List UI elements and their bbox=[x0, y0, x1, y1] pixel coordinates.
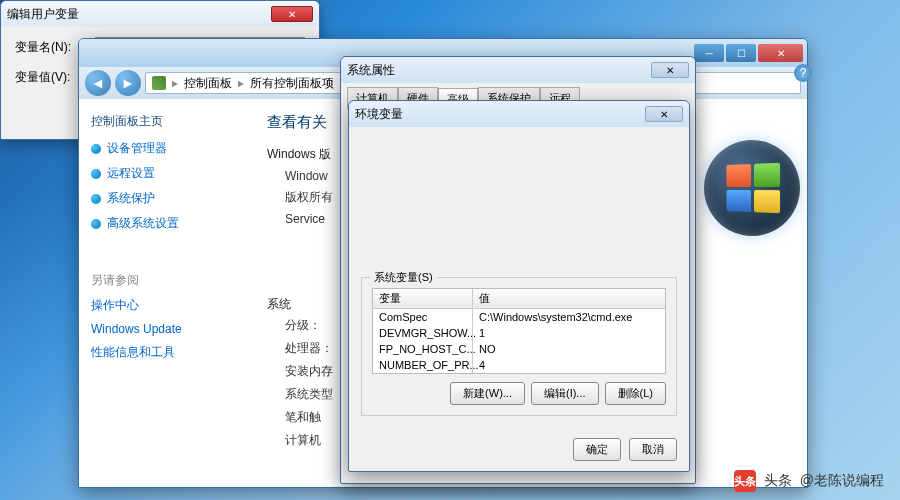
environment-variables-dialog: 环境变量 ✕ 系统变量(S) 变量 值 ComSpecC:\Windows\sy… bbox=[348, 100, 690, 472]
cancel-button[interactable]: 取消 bbox=[629, 438, 677, 461]
group-label: 系统变量(S) bbox=[370, 270, 437, 285]
toutiao-logo-icon: 头条 bbox=[734, 470, 756, 492]
watermark-author: @老陈说编程 bbox=[800, 472, 884, 490]
new-button[interactable]: 新建(W)... bbox=[450, 382, 525, 405]
ok-button[interactable]: 确定 bbox=[573, 438, 621, 461]
watermark-brand: 头条 bbox=[764, 472, 792, 490]
dialog-titlebar: 环境变量 ✕ bbox=[349, 101, 689, 127]
sidebar-advanced-settings[interactable]: 高级系统设置 bbox=[91, 215, 237, 232]
bullet-icon bbox=[91, 194, 101, 204]
table-row[interactable]: FP_NO_HOST_C...NO bbox=[373, 341, 665, 357]
dialog-title: 环境变量 bbox=[355, 106, 403, 123]
column-value[interactable]: 值 bbox=[473, 289, 665, 308]
system-variables-group: 系统变量(S) 变量 值 ComSpecC:\Windows\system32\… bbox=[361, 277, 677, 416]
sidebar-performance-info[interactable]: 性能信息和工具 bbox=[91, 344, 237, 361]
windows-logo-orb bbox=[704, 140, 800, 236]
back-button[interactable]: ◄ bbox=[85, 70, 111, 96]
dialog-titlebar: 系统属性 ✕ bbox=[341, 57, 695, 83]
table-row[interactable]: NUMBER_OF_PR...4 bbox=[373, 357, 665, 373]
close-button[interactable]: ✕ bbox=[651, 62, 689, 78]
sidebar-system-protection[interactable]: 系统保护 bbox=[91, 190, 237, 207]
breadcrumb-sub[interactable]: 所有控制面板项 bbox=[250, 75, 334, 92]
see-also-label: 另请参阅 bbox=[91, 272, 237, 289]
minimize-button[interactable]: ─ bbox=[694, 44, 724, 62]
delete-button[interactable]: 删除(L) bbox=[605, 382, 666, 405]
sidebar-windows-update[interactable]: Windows Update bbox=[91, 322, 237, 336]
control-panel-icon bbox=[152, 76, 166, 90]
system-variables-table[interactable]: 变量 值 ComSpecC:\Windows\system32\cmd.exe … bbox=[372, 288, 666, 374]
close-button[interactable]: ✕ bbox=[758, 44, 803, 62]
edit-button[interactable]: 编辑(I)... bbox=[531, 382, 599, 405]
close-button[interactable]: ✕ bbox=[645, 106, 683, 122]
maximize-button[interactable]: ☐ bbox=[726, 44, 756, 62]
bullet-icon bbox=[91, 144, 101, 154]
bullet-icon bbox=[91, 219, 101, 229]
help-icon[interactable]: ? bbox=[794, 64, 812, 82]
bullet-icon bbox=[91, 169, 101, 179]
dialog-title: 系统属性 bbox=[347, 62, 395, 79]
sidebar: 控制面板主页 设备管理器 远程设置 系统保护 高级系统设置 另请参阅 操作中心 … bbox=[79, 99, 249, 487]
table-row[interactable]: DEVMGR_SHOW...1 bbox=[373, 325, 665, 341]
sidebar-remote-settings[interactable]: 远程设置 bbox=[91, 165, 237, 182]
sidebar-home[interactable]: 控制面板主页 bbox=[91, 113, 237, 130]
forward-button[interactable]: ► bbox=[115, 70, 141, 96]
sidebar-device-manager[interactable]: 设备管理器 bbox=[91, 140, 237, 157]
column-name[interactable]: 变量 bbox=[373, 289, 473, 308]
sidebar-action-center[interactable]: 操作中心 bbox=[91, 297, 237, 314]
breadcrumb-root[interactable]: 控制面板 bbox=[184, 75, 232, 92]
watermark: 头条 头条 @老陈说编程 bbox=[734, 470, 884, 492]
table-row[interactable]: ComSpecC:\Windows\system32\cmd.exe bbox=[373, 309, 665, 325]
